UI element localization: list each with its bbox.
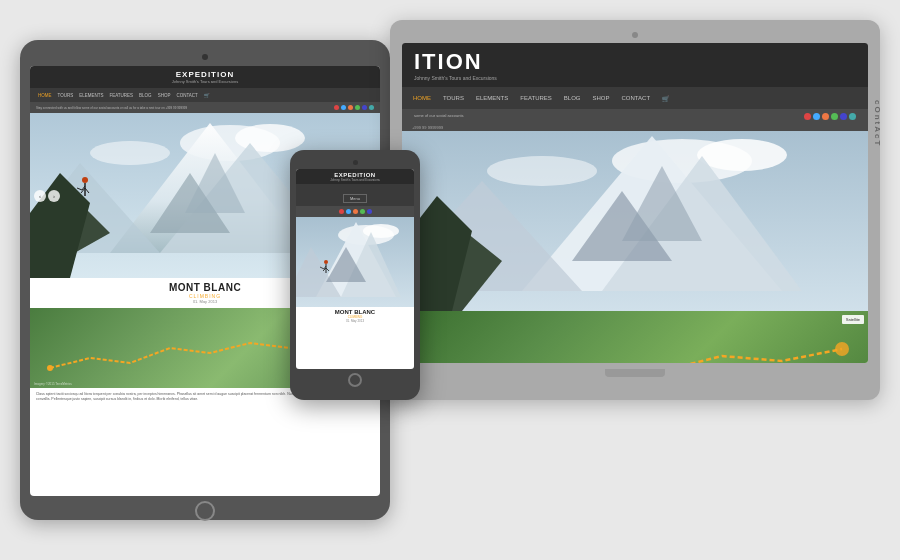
monitor-nav-contact[interactable]: CONTACT — [619, 95, 654, 101]
tablet-nav-home[interactable]: HOME — [36, 93, 54, 98]
phone-social-2[interactable] — [346, 209, 351, 214]
tablet-nav: HOME TOURS ELEMENTS FEATURES BLOG SHOP C… — [30, 88, 380, 102]
phone-social-4[interactable] — [360, 209, 365, 214]
monitor-nav-cart[interactable]: 🛒 — [659, 95, 672, 102]
tablet-home-button[interactable] — [195, 501, 215, 521]
svg-point-34 — [363, 224, 399, 238]
map-copyright: Imagery ©2015 TerraMetrics — [34, 382, 72, 386]
social-twitter-icon[interactable] — [341, 105, 346, 110]
monitor-social-3[interactable] — [822, 113, 829, 120]
phone-info-bar — [296, 206, 414, 217]
monitor-stand — [605, 369, 665, 377]
phone-subtitle: Johnny Smith's Tours and Excursions — [298, 178, 412, 182]
monitor-nav-features[interactable]: FEATURES — [517, 95, 555, 101]
tablet-camera — [202, 54, 208, 60]
monitor-social-6[interactable] — [849, 113, 856, 120]
social-linkedin-icon[interactable] — [362, 105, 367, 110]
phone-menu-button[interactable]: Menu — [343, 194, 367, 203]
tablet-site-subtitle: Johnny Smith's Tours and Excursions — [34, 79, 376, 84]
svg-point-11 — [82, 177, 88, 183]
monitor-phone: +999 99 9999999 — [402, 124, 868, 131]
phone-social-3[interactable] — [353, 209, 358, 214]
tablet-nav-contact[interactable]: CONTACT — [174, 93, 199, 98]
monitor-nav-home[interactable]: HOME — [410, 95, 434, 101]
svg-point-21 — [697, 139, 787, 171]
contact-vertical-label: cOntAcT — [873, 100, 882, 147]
phone-social-icons — [300, 209, 410, 214]
svg-point-31 — [835, 342, 849, 356]
phone-mountain-svg — [296, 217, 414, 307]
monitor-map-svg — [402, 311, 868, 363]
monitor-hero — [402, 131, 868, 311]
phone-social-5[interactable] — [367, 209, 372, 214]
monitor-camera — [632, 32, 638, 38]
monitor-info-bar: some of our social accounts — [402, 109, 868, 124]
tablet-site-title: EXPEDITION — [34, 70, 376, 79]
social-email-icon[interactable] — [334, 105, 339, 110]
svg-point-39 — [324, 260, 328, 264]
monitor-screen: ITION Johnny Smith's Tours and Excursion… — [402, 43, 868, 363]
phone-camera — [353, 160, 358, 165]
phone-home-button[interactable] — [348, 373, 362, 387]
monitor-device: ITION Johnny Smith's Tours and Excursion… — [390, 20, 880, 400]
monitor-social-5[interactable] — [840, 113, 847, 120]
monitor-map: Satellite Imagery ©2015 TerraMetrics | T… — [402, 311, 868, 363]
monitor-title-cropped: ITION — [414, 49, 497, 75]
monitor-nav-blog[interactable]: BLOG — [561, 95, 584, 101]
monitor-info-text: some of our social accounts — [414, 113, 464, 120]
monitor-social-1[interactable] — [804, 113, 811, 120]
phone-screen: EXPEDITION Johnny Smith's Tours and Excu… — [296, 169, 414, 369]
tablet-site-header: EXPEDITION Johnny Smith's Tours and Excu… — [30, 66, 380, 88]
svg-point-22 — [487, 156, 597, 186]
tablet-info-text: Stay connected with us and follow some o… — [36, 106, 187, 110]
monitor-mountain-svg — [402, 131, 868, 311]
monitor-social-icons — [804, 113, 856, 120]
monitor-nav-elements[interactable]: ELEMENTS — [473, 95, 511, 101]
phone-hero — [296, 217, 414, 307]
tablet-nav-shop[interactable]: SHOP — [156, 93, 173, 98]
monitor-social-2[interactable] — [813, 113, 820, 120]
prev-arrow[interactable]: ‹ — [34, 190, 46, 202]
phone-caption-date: 01. May 2013 — [300, 319, 410, 323]
tablet-nav-cart[interactable]: 🛒 — [202, 93, 212, 98]
tablet-nav-tours[interactable]: TOURS — [56, 93, 76, 98]
monitor-nav: HOME TOURS ELEMENTS FEATURES BLOG SHOP C… — [402, 87, 868, 109]
slider-arrows: ‹ › — [34, 190, 60, 202]
tablet-nav-elements[interactable]: ELEMENTS — [77, 93, 105, 98]
monitor-social-4[interactable] — [831, 113, 838, 120]
monitor-subtitle: Johnny Smith's Tours and Excursions — [414, 75, 497, 81]
tablet-nav-blog[interactable]: BLOG — [137, 93, 154, 98]
scene: EXPEDITION Johnny Smith's Tours and Excu… — [20, 20, 880, 540]
social-rss-icon[interactable] — [369, 105, 374, 110]
phone-social-1[interactable] — [339, 209, 344, 214]
monitor-nav-tours[interactable]: TOURS — [440, 95, 467, 101]
tablet-info-bar: Stay connected with us and follow some o… — [30, 102, 380, 113]
phone-menu-bar: Menu — [296, 184, 414, 206]
social-google-icon[interactable] — [348, 105, 353, 110]
phone-device: EXPEDITION Johnny Smith's Tours and Excu… — [290, 150, 420, 400]
next-arrow[interactable]: › — [48, 190, 60, 202]
monitor-header: ITION Johnny Smith's Tours and Excursion… — [402, 43, 868, 87]
phone-header: EXPEDITION Johnny Smith's Tours and Excu… — [296, 169, 414, 184]
svg-point-17 — [47, 365, 53, 371]
svg-point-3 — [90, 141, 170, 165]
social-icons — [334, 105, 374, 110]
svg-point-2 — [235, 124, 305, 152]
tablet-nav-features[interactable]: FEATURES — [107, 93, 135, 98]
monitor-nav-shop[interactable]: SHOP — [590, 95, 613, 101]
social-fb-icon[interactable] — [355, 105, 360, 110]
phone-caption: MONT BLANC CLIMBING 01. May 2013 — [296, 307, 414, 325]
